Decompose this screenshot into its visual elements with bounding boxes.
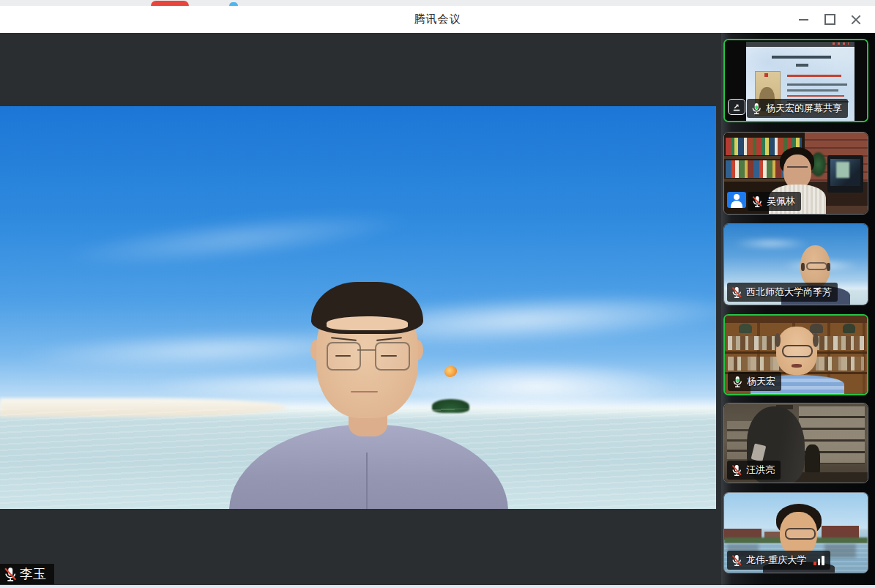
glasses [806, 262, 827, 271]
red-shape [151, 1, 189, 6]
participant-tile-active-speaker[interactable]: 杨天宏 [723, 314, 868, 395]
statue [810, 324, 822, 333]
slide-text-line [787, 83, 846, 86]
profile-badge-icon [727, 192, 746, 208]
close-button[interactable] [843, 9, 869, 31]
slide-red-text-line [787, 95, 844, 97]
participant-name: 吴佩林 [767, 195, 795, 208]
shared-window-buttons [833, 42, 849, 45]
cloud [56, 201, 417, 278]
slide-subtitle-line [796, 64, 808, 67]
maximize-icon [824, 14, 835, 25]
mic-muted-icon [2, 566, 18, 582]
shelf-top [725, 316, 867, 323]
participant-tile-screen-share[interactable]: 杨天宏的屏幕共享 [723, 39, 868, 122]
slide-title-line [772, 56, 831, 59]
person-hair [775, 333, 781, 347]
window-bottom-edge [0, 585, 875, 588]
glasses-lens [375, 342, 409, 371]
monitor-glow [836, 162, 849, 178]
main-participant-label: 李玉 [0, 564, 54, 584]
slide-text-line [787, 89, 838, 92]
portrait-seal [764, 73, 768, 77]
mic-muted-icon [730, 464, 743, 477]
glasses-lens [327, 342, 361, 371]
participant-name: 汪洪亮 [746, 464, 775, 477]
participants-sidebar[interactable]: 杨天宏的屏幕共享 [721, 33, 875, 588]
statue [843, 324, 855, 333]
main-video[interactable] [0, 106, 716, 509]
shirt-placket [366, 453, 368, 509]
glasses [785, 528, 815, 540]
participant-tile[interactable]: 汪洪亮 [723, 403, 868, 483]
participant-name: 杨天宏 [747, 375, 775, 388]
window-title: 腾讯会议 [0, 12, 875, 26]
maximize-button[interactable] [816, 9, 843, 31]
person-mouth [792, 364, 802, 367]
glasses [782, 345, 813, 358]
person-eye [381, 355, 397, 357]
person-forehead [327, 316, 408, 330]
participant-tile[interactable]: 吴佩林 [723, 132, 868, 215]
person-hair [813, 333, 819, 347]
participant-name: 杨天宏的屏幕共享 [766, 102, 842, 115]
window-controls [790, 6, 869, 33]
main-speaker-pane: 李玉 [0, 33, 721, 588]
mic-muted-icon [751, 195, 764, 208]
mic-muted-icon [730, 286, 743, 299]
statue [739, 324, 751, 333]
participant-tile[interactable]: 西北师范大学尚季芳 [723, 223, 868, 305]
background-window-edge [0, 0, 875, 6]
glasses [787, 166, 807, 174]
person-hair [801, 263, 805, 271]
participant-tile[interactable]: 龙伟-重庆大学 [723, 492, 868, 573]
close-icon [851, 15, 861, 25]
cloud [731, 239, 811, 248]
mic-active-icon [750, 102, 763, 115]
screen-share-icon [728, 99, 745, 115]
minimize-button[interactable] [790, 9, 816, 31]
slide-red-text-line [787, 75, 841, 77]
minimize-icon [799, 19, 808, 21]
participant-name: 西北师范大学尚季芳 [746, 286, 832, 299]
mic-active-icon [731, 375, 744, 388]
participant-name: 李玉 [20, 565, 46, 583]
titlebar: 腾讯会议 [0, 6, 875, 34]
network-signal-icon [813, 555, 824, 565]
mic-muted-icon [730, 554, 743, 567]
participant-name: 龙伟-重庆大学 [746, 554, 806, 567]
glasses-bridge [357, 349, 376, 351]
person-eye [335, 355, 351, 357]
